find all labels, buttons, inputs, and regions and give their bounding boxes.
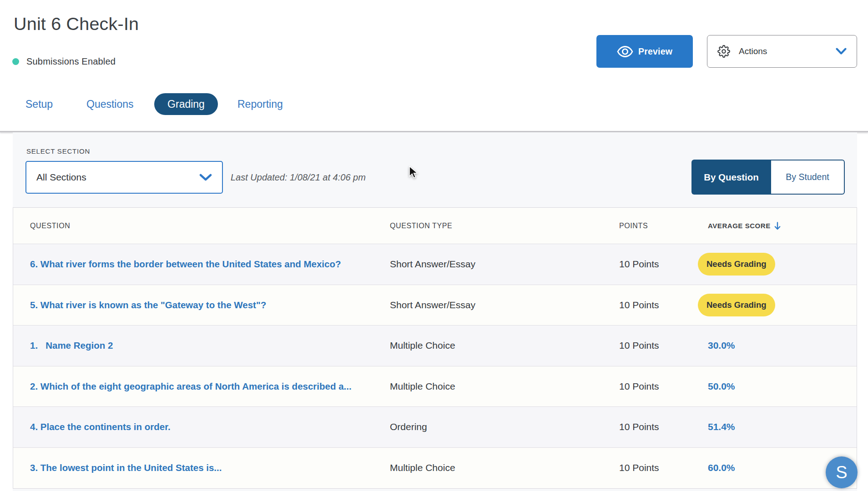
table-header-row: QUESTION QUESTION TYPE POINTS AVERAGE SC… bbox=[13, 208, 857, 244]
status-label: Submissions Enabled bbox=[26, 56, 116, 67]
points-cell: 10 Points bbox=[619, 300, 708, 311]
column-header-question[interactable]: QUESTION bbox=[13, 222, 390, 230]
tab-reporting[interactable]: Reporting bbox=[237, 93, 283, 115]
avatar-initial: S bbox=[836, 463, 847, 482]
chevron-down-icon bbox=[836, 48, 847, 55]
grading-panel: SELECT SECTION All Sections Last Updated… bbox=[13, 132, 857, 491]
table-row: 5. What river is known as the "Gateway t… bbox=[13, 285, 857, 326]
question-link[interactable]: 3. The lowest point in the United States… bbox=[30, 462, 222, 473]
view-toggle: By Question By Student bbox=[691, 160, 845, 195]
column-header-question-type[interactable]: QUESTION TYPE bbox=[390, 222, 619, 230]
eye-icon bbox=[617, 45, 633, 58]
needs-grading-badge: Needs Grading bbox=[698, 294, 775, 316]
status-dot-icon bbox=[12, 58, 19, 65]
column-header-average-score[interactable]: AVERAGE SCORE bbox=[708, 222, 853, 230]
preview-button[interactable]: Preview bbox=[596, 35, 693, 68]
avatar[interactable]: S bbox=[826, 456, 858, 488]
tab-questions[interactable]: Questions bbox=[86, 93, 134, 115]
question-type-cell: Multiple Choice bbox=[390, 340, 619, 351]
average-score-value: 51.4% bbox=[708, 421, 735, 432]
average-score-value: 50.0% bbox=[708, 381, 735, 391]
by-student-toggle[interactable]: By Student bbox=[771, 160, 845, 195]
questions-table: QUESTION QUESTION TYPE POINTS AVERAGE SC… bbox=[13, 207, 857, 489]
tab-setup[interactable]: Setup bbox=[25, 93, 53, 115]
select-section-label: SELECT SECTION bbox=[26, 147, 90, 155]
points-cell: 10 Points bbox=[619, 340, 708, 351]
question-link[interactable]: 2. Which of the eight geographic areas o… bbox=[30, 381, 352, 391]
question-link[interactable]: 4. Place the continents in order. bbox=[30, 421, 171, 432]
tab-bar: Setup Questions Grading Reporting bbox=[0, 93, 868, 115]
preview-label: Preview bbox=[638, 46, 672, 57]
chevron-down-icon bbox=[199, 174, 212, 181]
by-question-toggle[interactable]: By Question bbox=[691, 160, 771, 195]
average-score-label: AVERAGE SCORE bbox=[708, 222, 771, 230]
status-row: Submissions Enabled bbox=[12, 56, 116, 67]
section-select-value: All Sections bbox=[36, 172, 86, 183]
table-row: 2. Which of the eight geographic areas o… bbox=[13, 366, 857, 407]
question-type-cell: Multiple Choice bbox=[390, 462, 619, 473]
points-cell: 10 Points bbox=[619, 259, 708, 270]
question-link[interactable]: 1. Name Region 2 bbox=[30, 340, 113, 351]
question-type-cell: Short Answer/Essay bbox=[390, 259, 619, 270]
column-header-points[interactable]: POINTS bbox=[619, 222, 708, 230]
gear-icon bbox=[717, 45, 730, 58]
tab-grading[interactable]: Grading bbox=[154, 93, 218, 115]
table-row: 3. The lowest point in the United States… bbox=[13, 448, 857, 489]
section-select[interactable]: All Sections bbox=[25, 161, 223, 194]
table-row: 1. Name Region 2 Multiple Choice 10 Poin… bbox=[13, 326, 857, 366]
question-type-cell: Ordering bbox=[390, 421, 619, 432]
average-score-value: 30.0% bbox=[708, 340, 735, 351]
table-row: 6. What river forms the border between t… bbox=[13, 244, 857, 285]
needs-grading-badge: Needs Grading bbox=[698, 253, 775, 276]
table-row: 4. Place the continents in order. Orderi… bbox=[13, 407, 857, 448]
last-updated-text: Last Updated: 1/08/21 at 4:06 pm bbox=[231, 161, 366, 194]
page-title: Unit 6 Check-In bbox=[14, 15, 139, 33]
points-cell: 10 Points bbox=[619, 381, 708, 392]
actions-button[interactable]: Actions bbox=[707, 35, 857, 68]
question-type-cell: Short Answer/Essay bbox=[390, 300, 619, 311]
sort-descending-arrow-icon bbox=[774, 222, 781, 230]
question-type-cell: Multiple Choice bbox=[390, 381, 619, 392]
average-score-value: 60.0% bbox=[708, 462, 735, 473]
points-cell: 10 Points bbox=[619, 462, 708, 473]
points-cell: 10 Points bbox=[619, 421, 708, 432]
question-link[interactable]: 6. What river forms the border between t… bbox=[30, 259, 341, 269]
actions-label: Actions bbox=[739, 46, 767, 56]
question-link[interactable]: 5. What river is known as the "Gateway t… bbox=[30, 300, 266, 310]
